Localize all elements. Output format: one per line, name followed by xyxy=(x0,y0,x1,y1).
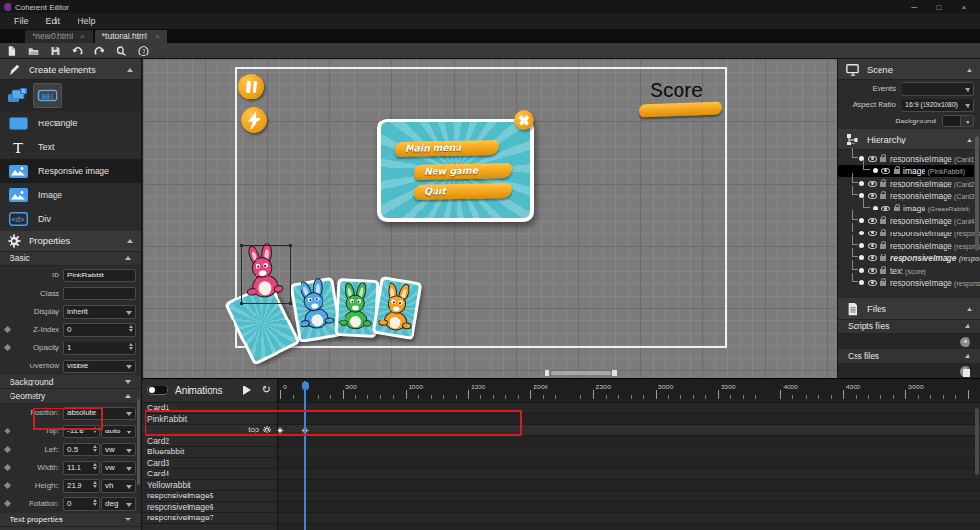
spinner-arrows-icon[interactable] xyxy=(129,325,133,332)
tab-close-icon[interactable]: × xyxy=(80,33,85,41)
maximize-button[interactable]: □ xyxy=(926,3,951,11)
refresh-icon[interactable]: ↻ xyxy=(262,386,271,395)
track-name-card1[interactable]: Card1 xyxy=(142,403,277,414)
rotation-unit-dropdown[interactable]: deg xyxy=(101,497,136,511)
track-name-card4[interactable]: Card4 xyxy=(142,469,277,480)
track-lane-pinkrabbit[interactable] xyxy=(278,414,980,426)
eye-icon[interactable] xyxy=(868,268,877,274)
left-unit-dropdown[interactable]: vw xyxy=(101,443,136,456)
spinner-arrows-icon[interactable] xyxy=(93,481,97,488)
subtrack-name-top[interactable]: top xyxy=(142,425,277,436)
hierarchy-item[interactable]: responsiveImage (Card1) xyxy=(838,152,980,165)
hierarchy-item[interactable]: image (GreenRabbit) xyxy=(838,202,980,214)
undo-icon[interactable] xyxy=(71,45,84,57)
right-panel-scrollbar[interactable] xyxy=(975,136,979,251)
hierarchy-panel-header[interactable]: Hierarchy xyxy=(838,129,980,150)
overflow-dropdown[interactable]: visible xyxy=(63,360,136,373)
menu-help[interactable]: Help xyxy=(69,16,104,26)
game-button-main-menu[interactable]: Main menu xyxy=(395,140,499,157)
help-icon[interactable]: ? xyxy=(137,45,150,57)
height-input[interactable]: 21.9 xyxy=(63,479,100,493)
track-lane-responsiveimage7[interactable] xyxy=(278,513,980,524)
track-lane-card3[interactable] xyxy=(278,458,980,470)
create-elements-header[interactable]: Create elements xyxy=(0,59,141,80)
play-button[interactable] xyxy=(243,386,251,395)
height-unit-dropdown[interactable]: vh xyxy=(101,479,136,493)
hierarchy-item[interactable]: responsiveImage (Card2) xyxy=(838,177,980,189)
hierarchy-item[interactable]: text (score) xyxy=(838,264,980,276)
track-name-yellowrabbit[interactable]: Yellowrabbit xyxy=(142,480,277,492)
hierarchy-item[interactable]: responsiveImage (Card3) xyxy=(838,189,980,202)
rabbit-yellowrabbit[interactable] xyxy=(375,280,420,333)
spinner-arrows-icon[interactable] xyxy=(129,343,133,350)
timeline-playhead[interactable] xyxy=(304,381,306,530)
selection-box[interactable] xyxy=(241,245,291,304)
selection-handle[interactable] xyxy=(240,302,243,305)
keyframe-diamond-icon[interactable] xyxy=(4,446,11,453)
document-tab[interactable]: *new0.html× xyxy=(25,30,93,43)
select-dot-icon[interactable] xyxy=(859,181,864,186)
selection-handle[interactable] xyxy=(240,244,243,247)
menu-edit[interactable]: Edit xyxy=(37,16,70,26)
eye-icon[interactable] xyxy=(868,231,877,236)
scripts-files-header[interactable]: Scripts files xyxy=(838,320,980,334)
left-input[interactable]: 0.5 xyxy=(63,443,100,456)
track-lane-card1[interactable] xyxy=(278,403,980,414)
lock-icon[interactable] xyxy=(894,169,900,174)
background-color-swatch[interactable] xyxy=(942,115,961,127)
lightning-game-button[interactable] xyxy=(241,107,267,133)
track-name-responsiveimage5[interactable]: responsiveImage5 xyxy=(142,491,277,502)
properties-header[interactable]: Properties xyxy=(0,231,141,252)
width-input[interactable]: 11.1 xyxy=(63,461,100,475)
components-tab[interactable]: R xyxy=(3,83,32,108)
lock-icon[interactable] xyxy=(880,219,886,224)
keyframe-diamond-icon[interactable] xyxy=(4,326,11,333)
eye-icon[interactable] xyxy=(868,218,877,224)
select-dot-icon[interactable] xyxy=(873,206,878,210)
scene-panel-header[interactable]: Scene xyxy=(838,59,980,80)
subtrack-lane-top[interactable] xyxy=(278,425,980,436)
score-text[interactable]: Score xyxy=(650,78,726,101)
minimize-button[interactable]: ─ xyxy=(902,3,926,11)
track-name-responsiveimage6[interactable]: responsiveImage6 xyxy=(142,502,277,514)
track-name-responsiveimage7[interactable]: responsiveImage7 xyxy=(142,513,277,524)
create-item-image[interactable]: Image xyxy=(0,183,141,207)
keyframe-diamond-icon[interactable] xyxy=(4,482,11,489)
redo-icon[interactable] xyxy=(93,45,106,57)
create-item-text[interactable]: TText xyxy=(0,135,141,159)
lock-icon[interactable] xyxy=(880,256,886,261)
create-item-div[interactable]: <d>Div xyxy=(0,207,141,231)
track-name-bluerabbit[interactable]: Bluerabbit xyxy=(142,447,277,458)
eye-icon[interactable] xyxy=(868,181,877,187)
selection-handle[interactable] xyxy=(289,302,292,305)
rabbit-greenrabbit[interactable] xyxy=(337,281,375,330)
document-tab[interactable]: *tutorial.html× xyxy=(95,30,167,43)
position-dropdown[interactable]: absolute xyxy=(63,407,136,420)
add-script-button[interactable]: + xyxy=(960,337,970,347)
left-panel-scrollbar[interactable] xyxy=(137,399,140,485)
spinner-arrows-icon[interactable] xyxy=(93,499,97,506)
keyframe-diamond-icon[interactable] xyxy=(4,428,11,434)
css-files-header[interactable]: Css files xyxy=(838,349,980,364)
eye-icon[interactable] xyxy=(868,255,877,261)
select-dot-icon[interactable] xyxy=(859,231,864,235)
pause-game-button[interactable] xyxy=(238,74,264,99)
geometry-section-header[interactable]: Geometry xyxy=(0,389,141,404)
track-lanes[interactable] xyxy=(278,403,980,530)
select-dot-icon[interactable] xyxy=(859,218,864,223)
new-file-icon[interactable] xyxy=(5,45,18,57)
top-unit-dropdown[interactable]: auto xyxy=(101,425,136,438)
select-dot-icon[interactable] xyxy=(873,168,878,173)
eye-icon[interactable] xyxy=(881,168,890,174)
spinner-arrows-icon[interactable] xyxy=(93,427,97,433)
tab-close-icon[interactable]: × xyxy=(155,33,160,41)
opacity-stepper[interactable]: 1 xyxy=(63,342,136,355)
class-input[interactable] xyxy=(63,287,136,300)
track-name-card2[interactable]: Card2 xyxy=(142,436,277,448)
timeline-ruler[interactable]: 0500100015002000250030003500400045005000 xyxy=(278,379,980,403)
keyframe-diamond-icon[interactable] xyxy=(277,426,284,433)
rotation-input[interactable]: 0 xyxy=(63,497,100,511)
spinner-arrows-icon[interactable] xyxy=(93,445,97,452)
save-icon[interactable] xyxy=(49,45,62,57)
hierarchy-item[interactable]: image (PinkRabbit) xyxy=(838,165,974,177)
